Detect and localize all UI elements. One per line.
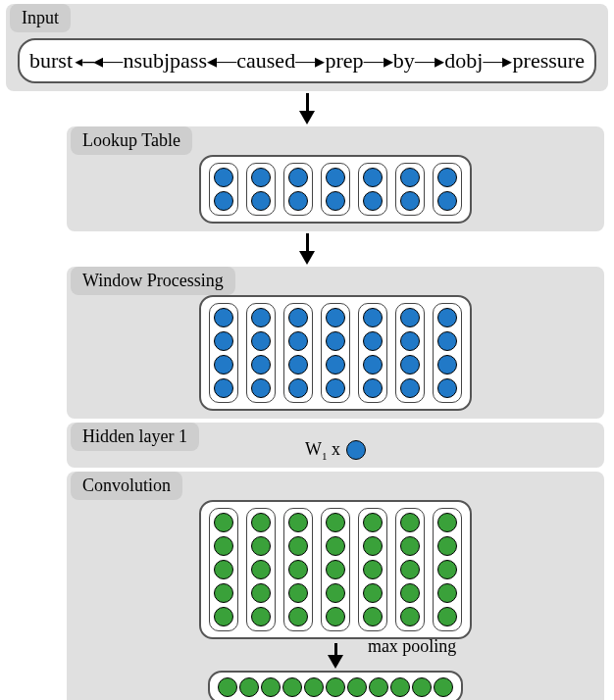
green-dot-icon xyxy=(400,560,420,579)
green-dot-icon xyxy=(326,513,345,532)
green-dot-icon xyxy=(400,607,420,626)
green-dot-icon xyxy=(326,560,345,579)
embedding-column xyxy=(209,508,238,631)
green-dot-icon xyxy=(363,607,383,626)
embedding-column xyxy=(433,508,462,631)
blue-dot-icon xyxy=(251,355,271,375)
section-window: Window Processing xyxy=(67,267,604,419)
token-by: by xyxy=(393,48,415,74)
green-dot-icon xyxy=(400,513,420,532)
green-dot-icon xyxy=(214,560,233,579)
blue-dot-icon xyxy=(251,308,271,327)
w1-text: W1 x xyxy=(305,439,340,462)
blue-dot-icon xyxy=(437,355,457,375)
blue-dot-icon xyxy=(437,168,457,187)
pooled-vector xyxy=(208,671,463,700)
blue-dot-icon xyxy=(363,378,383,398)
label-lookup: Lookup Table xyxy=(71,126,192,155)
embedding-column xyxy=(358,163,387,216)
green-dot-icon xyxy=(282,677,302,697)
green-dot-icon xyxy=(251,607,271,626)
embedding-column xyxy=(433,163,462,216)
dep-nsubjpass: nsubjpass xyxy=(123,48,207,74)
token-caused: caused xyxy=(236,48,295,74)
blue-dot-icon xyxy=(214,168,233,187)
lookup-matrix xyxy=(199,155,472,224)
green-dot-icon xyxy=(251,536,271,556)
embedding-column xyxy=(246,303,276,403)
embedding-column xyxy=(246,508,276,631)
green-dot-icon xyxy=(326,607,345,626)
green-dot-icon xyxy=(214,583,233,603)
embedding-column xyxy=(209,303,238,403)
section-lookup: Lookup Table xyxy=(67,126,604,231)
embedding-column xyxy=(321,163,350,216)
blue-dot-icon xyxy=(214,378,233,398)
dep-dobj-right1: —▸ xyxy=(415,49,444,73)
embedding-column xyxy=(283,163,313,216)
blue-dot-icon xyxy=(326,308,345,327)
green-dot-icon xyxy=(214,513,233,532)
green-dot-icon xyxy=(288,607,308,626)
green-dot-icon xyxy=(288,513,308,532)
dep-nsubjpass-left2: ◂— xyxy=(207,49,236,73)
embedding-column xyxy=(395,163,425,216)
green-dot-icon xyxy=(369,677,388,697)
green-dot-icon xyxy=(251,560,271,579)
green-dot-icon xyxy=(218,677,237,697)
blue-dot-icon xyxy=(400,378,420,398)
label-input: Input xyxy=(10,4,71,32)
blue-dot-icon xyxy=(251,331,271,351)
blue-dot-icon xyxy=(326,355,345,375)
green-dot-icon xyxy=(326,677,345,697)
green-dot-icon xyxy=(437,583,457,603)
green-dot-icon xyxy=(437,607,457,626)
blue-dot-icon xyxy=(400,331,420,351)
green-dot-icon xyxy=(326,536,345,556)
green-dot-icon xyxy=(214,607,233,626)
embedding-column xyxy=(283,508,313,631)
hidden1-formula: W1 x xyxy=(75,437,596,464)
green-dot-icon xyxy=(363,536,383,556)
embedding-column xyxy=(246,163,276,216)
green-dot-icon xyxy=(363,583,383,603)
green-dot-icon xyxy=(400,536,420,556)
green-dot-icon xyxy=(390,677,410,697)
token-burst: burst xyxy=(29,48,73,74)
blue-dot-icon xyxy=(437,191,457,211)
blue-dot-icon xyxy=(251,168,271,187)
blue-dot-icon xyxy=(288,168,308,187)
section-input: Input burst ◂— nsubjpass ◂— caused —▸ pr… xyxy=(6,4,608,91)
blue-dot-icon xyxy=(214,355,233,375)
label-window: Window Processing xyxy=(71,267,235,295)
dep-prep-right1: —▸ xyxy=(295,49,325,73)
blue-dot-icon xyxy=(214,331,233,351)
green-dot-icon xyxy=(288,583,308,603)
arrow-conv-to-pool xyxy=(75,643,596,669)
blue-dot-icon xyxy=(437,308,457,327)
embedding-column xyxy=(395,303,425,403)
blue-dot-icon xyxy=(326,331,345,351)
green-dot-icon xyxy=(288,560,308,579)
token-pressure: pressure xyxy=(513,48,585,74)
blue-dot-icon xyxy=(251,191,271,211)
green-dot-icon xyxy=(261,677,281,697)
green-dot-icon xyxy=(412,677,432,697)
arrow-lookup-to-window xyxy=(0,233,614,265)
blue-dot-icon xyxy=(363,191,383,211)
window-matrix xyxy=(199,295,472,411)
blue-dot-icon xyxy=(214,191,233,211)
embedding-column xyxy=(209,163,238,216)
maxpool-label: max pooling xyxy=(368,636,457,657)
blue-dot-icon xyxy=(437,378,457,398)
embedding-column xyxy=(358,303,387,403)
blue-dot-icon xyxy=(326,378,345,398)
blue-dot-icon xyxy=(400,168,420,187)
blue-dot-icon xyxy=(346,440,366,460)
blue-dot-icon xyxy=(288,378,308,398)
green-dot-icon xyxy=(347,677,367,697)
blue-dot-icon xyxy=(326,191,345,211)
label-conv: Convolution xyxy=(71,472,182,500)
section-convolution: Convolution max pooling xyxy=(67,472,604,700)
green-dot-icon xyxy=(437,513,457,532)
